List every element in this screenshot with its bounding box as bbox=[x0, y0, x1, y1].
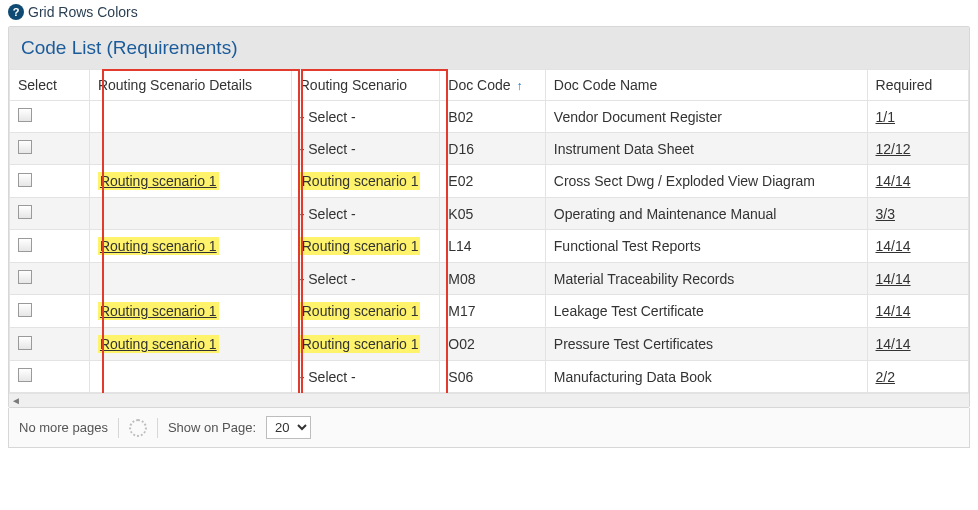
cell-doc-code: D16 bbox=[440, 133, 546, 165]
scroll-left-icon[interactable]: ◄ bbox=[11, 395, 21, 406]
routing-scenario-select-placeholder: - Select - bbox=[300, 109, 356, 125]
routing-scenario-select-placeholder: - Select - bbox=[300, 141, 356, 157]
cell-routing-scenario[interactable]: Routing scenario 1 bbox=[291, 165, 440, 198]
grid-rows-colors-label: Grid Rows Colors bbox=[28, 4, 138, 20]
cell-doc-code: M08 bbox=[440, 263, 546, 295]
routing-scenario-details-link[interactable]: Routing scenario 1 bbox=[100, 173, 217, 189]
grid-footer: No more pages Show on Page: 20 bbox=[8, 408, 970, 448]
row-checkbox[interactable] bbox=[18, 108, 32, 122]
cell-select bbox=[10, 101, 90, 133]
no-more-pages-label: No more pages bbox=[19, 420, 108, 435]
cell-doc-code-name: Material Traceability Records bbox=[545, 263, 867, 295]
row-checkbox[interactable] bbox=[18, 140, 32, 154]
cell-routing-scenario-details bbox=[89, 263, 291, 295]
required-link[interactable]: 14/14 bbox=[876, 336, 911, 352]
col-header-select[interactable]: Select bbox=[10, 70, 90, 101]
required-link[interactable]: 1/1 bbox=[876, 109, 895, 125]
cell-routing-scenario-details: Routing scenario 1 bbox=[89, 328, 291, 361]
cell-required: 14/14 bbox=[867, 295, 968, 328]
cell-doc-code-name: Instrument Data Sheet bbox=[545, 133, 867, 165]
cell-required: 12/12 bbox=[867, 133, 968, 165]
horizontal-scrollbar[interactable]: ◄ bbox=[9, 393, 969, 407]
cell-required: 3/3 bbox=[867, 198, 968, 230]
routing-scenario-value: Routing scenario 1 bbox=[300, 302, 421, 320]
cell-routing-scenario-details bbox=[89, 361, 291, 393]
table-row: - Select -B02Vendor Document Register1/1 bbox=[10, 101, 969, 133]
cell-routing-scenario[interactable]: - Select - bbox=[291, 101, 440, 133]
cell-doc-code-name: Functional Test Reports bbox=[545, 230, 867, 263]
cell-routing-scenario[interactable]: - Select - bbox=[291, 361, 440, 393]
row-checkbox[interactable] bbox=[18, 336, 32, 350]
cell-routing-scenario[interactable]: Routing scenario 1 bbox=[291, 295, 440, 328]
show-on-page-label: Show on Page: bbox=[168, 420, 256, 435]
cell-doc-code: O02 bbox=[440, 328, 546, 361]
cell-select bbox=[10, 328, 90, 361]
required-link[interactable]: 3/3 bbox=[876, 206, 895, 222]
cell-doc-code-name: Operating and Maintenance Manual bbox=[545, 198, 867, 230]
routing-scenario-details-link[interactable]: Routing scenario 1 bbox=[100, 336, 217, 352]
cell-doc-code: S06 bbox=[440, 361, 546, 393]
table-row: - Select -D16Instrument Data Sheet12/12 bbox=[10, 133, 969, 165]
row-checkbox[interactable] bbox=[18, 303, 32, 317]
row-checkbox[interactable] bbox=[18, 173, 32, 187]
cell-select bbox=[10, 230, 90, 263]
cell-select bbox=[10, 198, 90, 230]
routing-scenario-select-placeholder: - Select - bbox=[300, 206, 356, 222]
table-row: Routing scenario 1Routing scenario 1L14F… bbox=[10, 230, 969, 263]
table-row: - Select -K05Operating and Maintenance M… bbox=[10, 198, 969, 230]
code-list-table: Select Routing Scenario Details Routing … bbox=[9, 69, 969, 393]
table-header-row: Select Routing Scenario Details Routing … bbox=[10, 70, 969, 101]
cell-doc-code-name: Leakage Test Certificate bbox=[545, 295, 867, 328]
panel-title: Code List (Requirements) bbox=[9, 27, 969, 69]
required-link[interactable]: 14/14 bbox=[876, 271, 911, 287]
routing-scenario-value: Routing scenario 1 bbox=[300, 172, 421, 190]
cell-doc-code: B02 bbox=[440, 101, 546, 133]
table-row: - Select -M08Material Traceability Recor… bbox=[10, 263, 969, 295]
required-link[interactable]: 2/2 bbox=[876, 369, 895, 385]
row-checkbox[interactable] bbox=[18, 368, 32, 382]
row-checkbox[interactable] bbox=[18, 270, 32, 284]
routing-scenario-select-placeholder: - Select - bbox=[300, 369, 356, 385]
row-checkbox[interactable] bbox=[18, 205, 32, 219]
loading-spinner-icon bbox=[129, 419, 147, 437]
row-checkbox[interactable] bbox=[18, 238, 32, 252]
cell-routing-scenario[interactable]: - Select - bbox=[291, 133, 440, 165]
col-header-doc-code[interactable]: Doc Code ↑ bbox=[440, 70, 546, 101]
routing-scenario-details-link[interactable]: Routing scenario 1 bbox=[100, 303, 217, 319]
cell-doc-code: E02 bbox=[440, 165, 546, 198]
page-size-select[interactable]: 20 bbox=[266, 416, 311, 439]
table-row: Routing scenario 1Routing scenario 1M17L… bbox=[10, 295, 969, 328]
table-row: - Select -S06Manufacturing Data Book2/2 bbox=[10, 361, 969, 393]
cell-required: 2/2 bbox=[867, 361, 968, 393]
cell-required: 14/14 bbox=[867, 165, 968, 198]
col-header-scenario[interactable]: Routing Scenario bbox=[291, 70, 440, 101]
cell-doc-code: L14 bbox=[440, 230, 546, 263]
routing-scenario-select-placeholder: - Select - bbox=[300, 271, 356, 287]
required-link[interactable]: 14/14 bbox=[876, 303, 911, 319]
cell-routing-scenario[interactable]: - Select - bbox=[291, 198, 440, 230]
cell-routing-scenario-details bbox=[89, 198, 291, 230]
cell-routing-scenario[interactable]: - Select - bbox=[291, 263, 440, 295]
cell-routing-scenario[interactable]: Routing scenario 1 bbox=[291, 328, 440, 361]
col-header-details[interactable]: Routing Scenario Details bbox=[89, 70, 291, 101]
cell-routing-scenario-details bbox=[89, 133, 291, 165]
help-icon[interactable]: ? bbox=[8, 4, 24, 20]
routing-scenario-details-link[interactable]: Routing scenario 1 bbox=[100, 238, 217, 254]
col-header-doc-name[interactable]: Doc Code Name bbox=[545, 70, 867, 101]
cell-select bbox=[10, 165, 90, 198]
cell-doc-code: M17 bbox=[440, 295, 546, 328]
cell-required: 14/14 bbox=[867, 230, 968, 263]
footer-separator bbox=[157, 418, 158, 438]
routing-scenario-value: Routing scenario 1 bbox=[300, 335, 421, 353]
cell-routing-scenario[interactable]: Routing scenario 1 bbox=[291, 230, 440, 263]
col-header-required[interactable]: Required bbox=[867, 70, 968, 101]
sort-ascending-icon: ↑ bbox=[516, 79, 522, 93]
cell-doc-code-name: Manufacturing Data Book bbox=[545, 361, 867, 393]
cell-routing-scenario-details: Routing scenario 1 bbox=[89, 230, 291, 263]
required-link[interactable]: 12/12 bbox=[876, 141, 911, 157]
cell-doc-code-name: Cross Sect Dwg / Exploded View Diagram bbox=[545, 165, 867, 198]
required-link[interactable]: 14/14 bbox=[876, 173, 911, 189]
cell-doc-code: K05 bbox=[440, 198, 546, 230]
grid-rows-colors-link[interactable]: ? Grid Rows Colors bbox=[8, 4, 970, 20]
required-link[interactable]: 14/14 bbox=[876, 238, 911, 254]
